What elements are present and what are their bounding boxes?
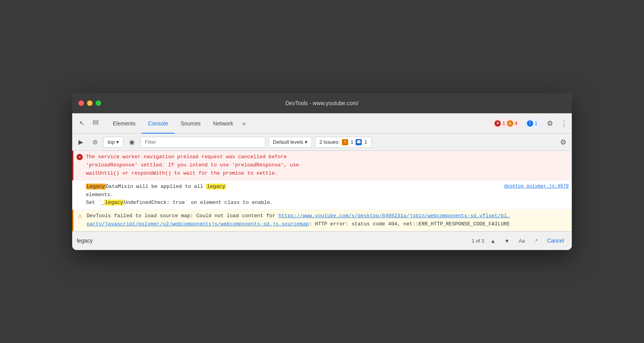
eye-button[interactable]: ◉ xyxy=(126,137,137,148)
error-badge-button[interactable]: ✕ 1 ⚠ 4 xyxy=(491,119,520,128)
play-icon: ▶ xyxy=(78,138,83,146)
warning-source-link[interactable]: https://www.youtube.com/s/desktop/849823… xyxy=(87,213,510,227)
warning-entry-text: DevTools failed to load source map: Coul… xyxy=(87,212,569,229)
levels-dropdown[interactable]: Default levels ▾ xyxy=(269,137,312,148)
ban-icon: ⊘ xyxy=(93,138,98,146)
chevron-down-icon: ▾ xyxy=(116,139,119,145)
tab-sources[interactable]: Sources xyxy=(174,113,207,134)
minimize-button[interactable] xyxy=(87,100,93,106)
console-content: ✕ The service worker navigation preload … xyxy=(72,151,572,231)
issues-warn-icon: ! xyxy=(342,139,348,145)
source-link-polymer[interactable]: desktop_polymer.js:4670 xyxy=(504,183,569,190)
levels-label: Default levels xyxy=(273,139,303,145)
search-prev-button[interactable]: ▴ xyxy=(487,235,498,246)
console-settings-button[interactable]: ⚙ xyxy=(558,137,569,148)
tab-network[interactable]: Network xyxy=(207,113,239,134)
close-button[interactable] xyxy=(78,100,84,106)
chevron-down-icon: ▾ xyxy=(505,237,509,245)
cursor-icon-button[interactable]: ↖ xyxy=(75,117,88,130)
context-selector[interactable]: top ▾ xyxy=(103,137,123,148)
warning-icon: ⚠ xyxy=(507,120,513,127)
tabs-right-section: ✕ 1 ⚠ 4 ! 1 ⚙ ⋮ xyxy=(491,117,569,130)
traffic-lights xyxy=(78,100,101,106)
normal-entry-text: LegacyDataMixin will be applied to all l… xyxy=(86,183,569,207)
gear-icon: ⚙ xyxy=(547,119,553,128)
regex-button[interactable]: .* xyxy=(531,237,541,245)
title-bar: DevTools - www.youtube.com/ xyxy=(72,93,572,113)
regex-label: .* xyxy=(534,238,538,244)
error-entry-icon: ✕ xyxy=(76,154,83,160)
info-count: 1 xyxy=(535,120,537,126)
tab-console[interactable]: Console xyxy=(142,113,174,134)
kebab-icon: ⋮ xyxy=(560,119,568,128)
search-bar: 1 of 3 ▴ ▾ Aa .* Cancel xyxy=(72,231,572,250)
normal-entry-line3: Set `_legacyUndefinedCheck: true` on ele… xyxy=(86,199,569,207)
issues-info-count: 1 xyxy=(364,139,367,145)
match-case-button[interactable]: Aa xyxy=(516,237,528,245)
info-badge-button[interactable]: ! 1 xyxy=(524,119,541,128)
search-next-button[interactable]: ▾ xyxy=(502,235,512,246)
devtools-window: DevTools - www.youtube.com/ ↖ xyxy=(72,93,572,250)
log-entry-normal: LegacyDataMixin will be applied to all l… xyxy=(72,180,572,210)
svg-rect-0 xyxy=(93,120,98,122)
warning-count: 4 xyxy=(515,120,518,126)
window-title: DevTools - www.youtube.com/ xyxy=(285,100,359,106)
layers-icon-button[interactable] xyxy=(89,117,102,130)
settings-button[interactable]: ⚙ xyxy=(544,117,556,130)
normal-entry-line2: elements. xyxy=(86,191,569,199)
maximize-button[interactable] xyxy=(96,100,101,106)
highlight-legacy-yellow: legacy xyxy=(206,184,226,189)
search-input[interactable] xyxy=(77,238,468,244)
warning-entry-icon: ⚠ xyxy=(76,212,84,219)
log-entry-warning: ⚠ DevTools failed to load source map: Co… xyxy=(72,210,572,231)
more-options-button[interactable]: ⋮ xyxy=(559,117,569,130)
log-entry-error: ✕ The service worker navigation preload … xyxy=(72,151,572,180)
normal-text-1: DataMixin will be applied to all xyxy=(106,184,206,189)
clear-button[interactable]: ⊘ xyxy=(89,137,100,148)
error-count: 1 xyxy=(502,120,505,126)
issues-warn-count: 1 xyxy=(350,139,353,145)
highlight-legacy-yellow2: legacy xyxy=(104,200,124,205)
more-tabs-button[interactable]: » xyxy=(239,113,249,134)
console-gear-icon: ⚙ xyxy=(560,138,566,146)
execute-button[interactable]: ▶ xyxy=(75,137,86,148)
highlight-legacy-orange: Legacy xyxy=(86,184,106,189)
eye-icon: ◉ xyxy=(129,138,135,146)
levels-chevron-icon: ▾ xyxy=(305,139,308,145)
error-icon: ✕ xyxy=(495,120,501,127)
context-label: top xyxy=(108,139,115,145)
search-count: 1 of 3 xyxy=(471,238,484,244)
devtools-body: ↖ Elements Console xyxy=(72,113,572,250)
info-icon: ! xyxy=(527,120,533,127)
issues-label: 2 Issues: xyxy=(319,139,340,145)
cancel-button[interactable]: Cancel xyxy=(544,236,567,245)
layers-icon xyxy=(93,120,99,127)
issues-info-icon: 💬 xyxy=(356,139,362,145)
tabs-bar: ↖ Elements Console xyxy=(72,113,572,134)
tab-icon-buttons: ↖ xyxy=(75,117,102,130)
tab-elements[interactable]: Elements xyxy=(107,113,142,134)
issues-badge[interactable]: 2 Issues: ! 1 💬 1 xyxy=(315,137,372,148)
match-case-label: Aa xyxy=(519,238,525,244)
svg-rect-1 xyxy=(93,123,98,124)
filter-input[interactable] xyxy=(141,137,265,148)
console-toolbar: ▶ ⊘ top ▾ ◉ Default levels ▾ 2 Issues: !… xyxy=(72,134,572,151)
main-tabs: Elements Console Sources Network » xyxy=(107,113,491,134)
more-tabs-icon: » xyxy=(242,120,246,127)
cursor-icon: ↖ xyxy=(79,120,84,127)
chevron-up-icon: ▴ xyxy=(491,237,495,245)
error-entry-text: The service worker navigation preload re… xyxy=(86,153,569,177)
